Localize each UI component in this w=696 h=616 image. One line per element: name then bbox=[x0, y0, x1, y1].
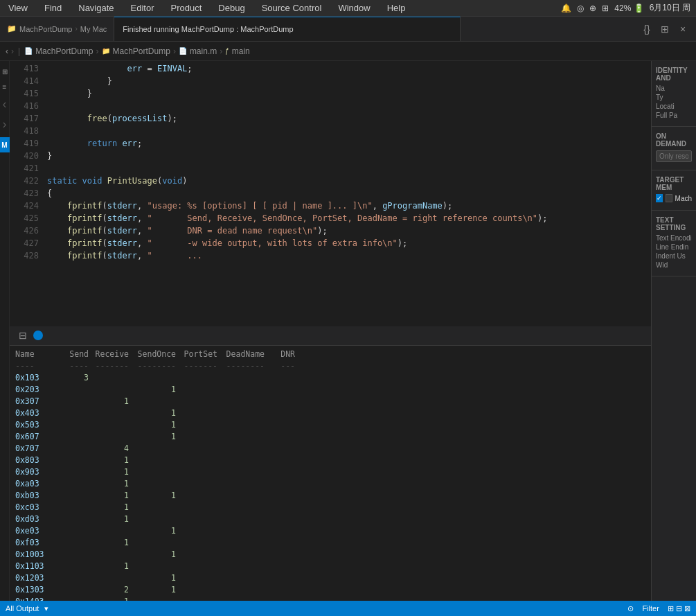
menu-debug[interactable]: Debug bbox=[215, 1, 247, 15]
code-line-426: fprintf(stderr, " DNR = dead name reques… bbox=[47, 225, 651, 237]
mach-label: Mach bbox=[675, 195, 692, 202]
text-encoding-label: Text Encodi bbox=[656, 234, 692, 242]
tab-status[interactable]: Finished running MachPortDump : MachPort… bbox=[114, 17, 461, 41]
location-row: Locati bbox=[656, 103, 692, 110]
editor-split-icon[interactable]: ⊞ bbox=[657, 21, 672, 37]
table-row: 0xe03 1 bbox=[15, 525, 645, 537]
menu-source-control[interactable]: Source Control bbox=[259, 1, 325, 15]
tab-project[interactable]: 📁 MachPortDump › My Mac bbox=[0, 17, 114, 41]
code-line-428: fprintf(stderr, " ... bbox=[47, 249, 651, 262]
only-resource-input[interactable] bbox=[656, 150, 692, 162]
filter-icon: ⊙ bbox=[627, 604, 634, 613]
tab-bar-right: {} ⊞ × bbox=[639, 17, 696, 41]
table-row: 0x403 1 bbox=[15, 407, 645, 419]
editor-close-icon[interactable]: × bbox=[675, 21, 690, 37]
table-row: 0x707 4 bbox=[15, 443, 645, 455]
time-display: 6月10日 周 bbox=[650, 2, 690, 14]
table-row: 0x607 1 bbox=[15, 431, 645, 443]
breadcrumb-item-4[interactable]: main bbox=[232, 46, 250, 56]
code-line-418 bbox=[47, 125, 651, 137]
gutter-nav-left[interactable]: ‹ bbox=[3, 97, 7, 112]
code-line-415: } bbox=[47, 87, 651, 100]
code-line-421 bbox=[47, 162, 651, 175]
fullpath-label: Full Pa bbox=[656, 112, 677, 119]
identity-section: Identity and Na Ty Locati Full Pa bbox=[652, 61, 696, 127]
table-row: 0x903 1 bbox=[15, 466, 645, 478]
breadcrumb: ‹ › | 📄 MachPortDump › 📁 MachPortDump › … bbox=[0, 42, 696, 61]
col-header-receive: Receive bbox=[94, 349, 134, 360]
targetmem-section: Target Mem Mach bbox=[652, 170, 696, 211]
table-row: 0xc03 1 bbox=[15, 502, 645, 513]
checkbox-unchecked[interactable] bbox=[666, 194, 672, 202]
tab-bar: 📁 MachPortDump › My Mac Finished running… bbox=[0, 17, 696, 42]
editor-layout-icon[interactable]: {} bbox=[639, 21, 654, 37]
tab-status-label: Finished running MachPortDump : MachPort… bbox=[123, 25, 293, 33]
code-line-427: fprintf(stderr, " -w wide output, with l… bbox=[47, 237, 651, 249]
code-line-413: err = EINVAL; bbox=[47, 62, 651, 75]
menu-help[interactable]: Help bbox=[384, 1, 409, 15]
textsettings-section: Text Setting Text Encodi Line Endin Inde… bbox=[652, 211, 696, 276]
menu-find[interactable]: Find bbox=[42, 1, 64, 15]
line-ending-label: Line Endin bbox=[656, 243, 688, 251]
extra-icon2[interactable]: ⊕ bbox=[589, 3, 596, 13]
width-row: Wid bbox=[656, 261, 692, 269]
gutter-nav-right[interactable]: › bbox=[3, 117, 7, 132]
breadcrumb-item-1[interactable]: MachPortDump bbox=[35, 46, 93, 56]
table-row: 0x307 1 bbox=[15, 396, 645, 407]
menu-product[interactable]: Product bbox=[168, 1, 205, 15]
line-numbers: 413 414 415 416 417 418 419 420 421 422 … bbox=[10, 61, 44, 326]
editor-panel: 413 414 415 416 417 418 419 420 421 422 … bbox=[10, 61, 651, 616]
status-all-output[interactable]: All Output bbox=[6, 604, 39, 613]
mach-checkbox-row: Mach bbox=[656, 194, 692, 202]
folder-icon-bc: 📁 bbox=[102, 47, 110, 55]
breadcrumb-item-2[interactable]: MachPortDump bbox=[113, 46, 170, 56]
right-panel: Identity and Na Ty Locati Full Pa On Dem… bbox=[651, 61, 696, 616]
folder-icon: 📁 bbox=[7, 24, 17, 33]
checkbox-checked[interactable] bbox=[656, 194, 663, 202]
code-line-425: fprintf(stderr, " Send, Receive, SendOnc… bbox=[47, 212, 651, 225]
width-label: Wid bbox=[656, 261, 668, 269]
col-header-send: Send bbox=[65, 349, 94, 360]
table-row: 0x203 1 bbox=[15, 384, 645, 396]
output-toggle-icon[interactable]: ⊟ bbox=[15, 328, 30, 343]
textsettings-title: Text Setting bbox=[656, 216, 692, 231]
menu-window[interactable]: Window bbox=[335, 1, 373, 15]
table-row: 0x1203 1 bbox=[15, 572, 645, 584]
tab-target-label: My Mac bbox=[80, 25, 107, 33]
code-line-416 bbox=[47, 100, 651, 112]
output-sep-row: ---- ---- ------- -------- ------- -----… bbox=[15, 360, 645, 372]
table-row: 0x1303 2 1 bbox=[15, 584, 645, 596]
code-line-420: } bbox=[47, 150, 651, 162]
col-header-portset: PortSet bbox=[181, 349, 223, 360]
code-content[interactable]: err = EINVAL; } } free(processList); ret… bbox=[44, 61, 651, 326]
indent-using-row: Indent Us bbox=[656, 252, 692, 260]
tab-project-label: MachPortDump bbox=[19, 25, 72, 33]
output-status-dot bbox=[33, 331, 43, 340]
extra-icon1[interactable]: ◎ bbox=[577, 3, 584, 13]
notification-icon[interactable]: 🔔 bbox=[561, 3, 571, 13]
name-row: Na bbox=[656, 85, 692, 92]
breadcrumb-back[interactable]: ‹ bbox=[6, 46, 8, 56]
table-row: 0x1103 1 bbox=[15, 561, 645, 572]
breadcrumb-forward[interactable]: › bbox=[11, 46, 14, 56]
output-data-rows: 0x103 3 0x203 1 0x307 1 0x403 bbox=[15, 372, 645, 617]
col-header-dnr: DNR bbox=[270, 349, 295, 360]
col-header-name: Name bbox=[15, 349, 65, 360]
col-header-deadname: DeadName bbox=[223, 349, 270, 360]
breadcrumb-item-3[interactable]: main.m bbox=[190, 46, 217, 56]
indent-using-label: Indent Us bbox=[656, 252, 686, 260]
main-layout: ⊞ ≡ ‹ › M 413 414 415 416 417 418 419 42… bbox=[0, 61, 696, 616]
code-line-423: { bbox=[47, 187, 651, 200]
output-content: Name Send Receive SendOnce PortSet DeadN… bbox=[10, 346, 651, 617]
extra-icon3[interactable]: ⊞ bbox=[602, 3, 609, 13]
menu-view[interactable]: View bbox=[6, 1, 30, 15]
code-area: 413 414 415 416 417 418 419 420 421 422 … bbox=[10, 61, 651, 326]
code-line-414: } bbox=[47, 75, 651, 87]
menu-navigate[interactable]: Navigate bbox=[75, 1, 116, 15]
text-encoding-row: Text Encodi bbox=[656, 234, 692, 242]
type-label: Ty bbox=[656, 94, 663, 101]
status-bar: All Output ▾ ⊙ Filter ⊞ ⊟ ⊠ bbox=[0, 601, 696, 616]
menu-editor[interactable]: Editor bbox=[128, 1, 157, 15]
code-line-422: static void PrintUsage(void) bbox=[47, 175, 651, 187]
table-row: 0x803 1 bbox=[15, 455, 645, 466]
